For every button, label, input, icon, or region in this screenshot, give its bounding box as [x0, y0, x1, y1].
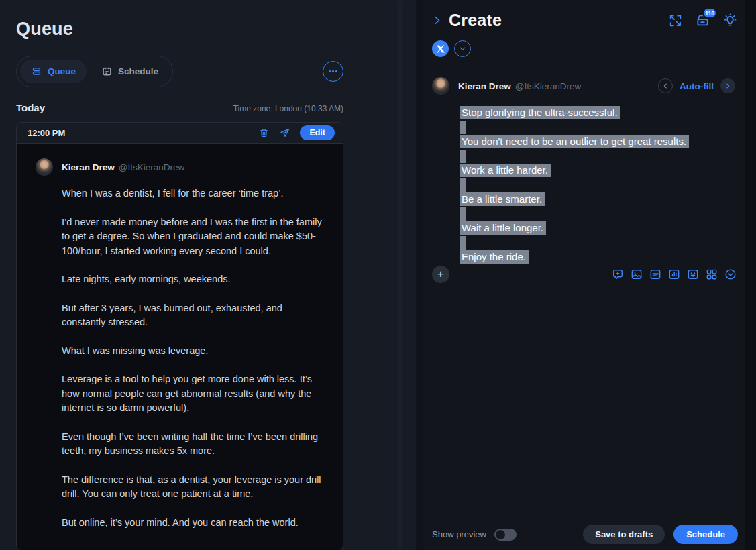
create-title: Create	[449, 11, 502, 30]
window-scroll-gutter[interactable]	[745, 0, 756, 550]
svg-text:GIF: GIF	[652, 272, 659, 276]
account-dropdown-button[interactable]	[454, 40, 471, 57]
calendar-icon	[101, 66, 113, 77]
compose-editor[interactable]: Stop glorifying the ultra-successful. Yo…	[460, 106, 738, 265]
chevron-down-icon	[459, 45, 466, 52]
selection-sliver	[460, 178, 466, 192]
media-icon	[630, 268, 643, 281]
create-panel: Create	[423, 0, 745, 550]
chevron-left-icon	[662, 82, 669, 89]
timezone-label: Time zone: London (10:33 AM)	[233, 104, 343, 113]
expand-editor-button[interactable]	[668, 13, 683, 28]
tab-queue-label: Queue	[48, 66, 76, 76]
tweet-paragraph: But online, it’s your mind. And you can …	[62, 516, 328, 531]
tab-schedule-label: Schedule	[118, 66, 158, 76]
scheduled-time: 12:00 PM	[28, 128, 65, 138]
tweet-paragraph: When I was a dentist, I fell for the car…	[62, 186, 328, 201]
trash-icon	[258, 127, 270, 139]
queue-panel: Queue Queue	[0, 0, 416, 550]
tweet-paragraph: What I was missing was leverage.	[62, 344, 328, 359]
tweet-preview: Kieran Drew@ItsKieranDrew When I was a d…	[17, 144, 343, 550]
lightbulb-icon	[722, 13, 738, 28]
editor-author-handle: @ItsKieranDrew	[515, 81, 581, 91]
emoji-button[interactable]	[686, 267, 700, 282]
day-section-label: Today	[16, 102, 45, 113]
author-handle: @ItsKieranDrew	[119, 162, 184, 172]
add-tweet-button[interactable]: +	[432, 266, 449, 283]
author-name: Kieran Drew	[62, 162, 115, 172]
page-title: Queue	[16, 19, 343, 40]
drafts-button[interactable]: 116	[695, 13, 710, 28]
gif-icon: GIF	[649, 268, 662, 281]
poll-icon	[667, 268, 681, 281]
save-to-drafts-button[interactable]: Save to drafts	[583, 525, 665, 544]
selection-sliver	[460, 150, 466, 163]
collapse-chevron-icon[interactable]	[432, 15, 442, 25]
delete-button[interactable]	[258, 127, 270, 139]
compose-line: Be a little smarter.	[460, 192, 545, 206]
plus-icon: +	[437, 268, 444, 280]
send-icon	[279, 127, 290, 139]
poll-button[interactable]	[667, 267, 682, 282]
editor-author-name: Kieran Drew	[458, 81, 511, 91]
selection-sliver	[460, 236, 466, 250]
tweet-paragraph: The difference is that, as a dentist, yo…	[62, 473, 328, 502]
apps-grid-icon	[705, 268, 718, 281]
compose-line: Stop glorifying the ultra-successful.	[460, 106, 620, 119]
compose-line: You don't need to be an outlier to get g…	[460, 135, 689, 148]
gif-button[interactable]: GIF	[648, 267, 663, 282]
more-tools-button[interactable]	[723, 267, 738, 282]
expand-icon	[668, 13, 683, 28]
compose-line: Work a little harder.	[460, 164, 551, 177]
edit-button[interactable]: Edit	[300, 125, 335, 140]
queue-stack-icon	[31, 66, 42, 77]
tab-schedule[interactable]: Schedule	[91, 60, 169, 83]
schedule-button[interactable]: Schedule	[673, 525, 738, 544]
tweet-paragraph: Leverage is a tool to help you get more …	[62, 372, 328, 416]
left-panel-scrollbar[interactable]	[398, 0, 402, 550]
compose-line: Enjoy the ride.	[460, 250, 529, 264]
avatar	[36, 158, 53, 176]
autofill-next-button[interactable]	[720, 78, 735, 93]
snippet-button[interactable]	[610, 267, 625, 282]
tab-queue[interactable]: Queue	[20, 60, 87, 83]
media-button[interactable]	[629, 267, 644, 282]
tweet-text: When I was a dentist, I fell for the car…	[62, 186, 328, 530]
queue-schedule-tabs: Queue Schedule	[16, 56, 173, 87]
selection-sliver	[460, 207, 466, 221]
inspiration-button[interactable]	[722, 13, 738, 28]
show-preview-label: Show preview	[432, 529, 486, 539]
tweet-paragraph: Late nights, early mornings, weekends.	[62, 272, 328, 287]
snippet-icon	[611, 268, 625, 281]
tweet-paragraph: But after 3 years, I was burned out, exh…	[62, 301, 328, 330]
queue-more-button[interactable]	[323, 61, 343, 82]
autofill-label[interactable]: Auto-fill	[680, 81, 714, 91]
x-logo-icon	[437, 45, 445, 53]
tweet-paragraph: Even though I’ve been writing half the t…	[62, 430, 328, 459]
chevron-right-icon	[724, 82, 731, 89]
autofill-prev-button[interactable]	[658, 78, 673, 93]
more-chevron-icon	[724, 268, 737, 281]
selection-sliver	[460, 121, 466, 134]
x-account-button[interactable]	[432, 40, 449, 57]
queue-item-card[interactable]: 12:00 PM	[16, 122, 343, 550]
drafts-count-badge: 116	[702, 7, 717, 19]
post-now-button[interactable]	[279, 127, 290, 139]
show-preview-toggle[interactable]	[494, 529, 517, 541]
tweet-paragraph: I’d never made money before and I was th…	[62, 215, 328, 259]
emoji-icon	[686, 268, 700, 281]
apps-grid-button[interactable]	[704, 267, 719, 282]
queue-item-header: 12:00 PM	[17, 123, 343, 144]
compose-line: Wait a little longer.	[460, 221, 546, 235]
editor-avatar	[432, 77, 449, 95]
